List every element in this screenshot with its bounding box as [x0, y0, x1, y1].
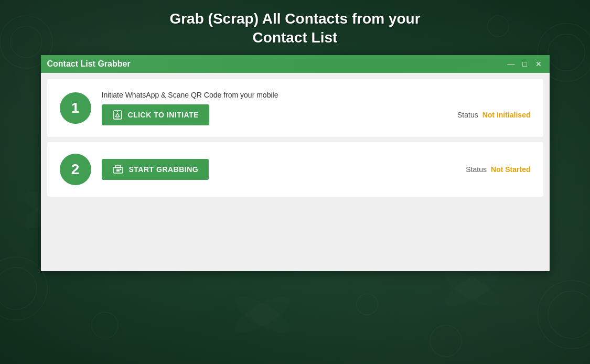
step-1-status-area: Status Not Initialised	[457, 111, 531, 119]
minimize-button[interactable]: —	[507, 59, 516, 69]
main-window: Contact List Grabber — □ ✕ 1 Initiate Wh…	[41, 55, 550, 271]
svg-rect-26	[115, 165, 121, 168]
step-2-body: START GRABBING Status Not Started	[102, 159, 531, 180]
step-2-number: 2	[60, 154, 91, 185]
page-title-line1: Grab (Scrap) All Contacts from your	[169, 10, 420, 27]
step-1-number: 1	[60, 92, 91, 124]
step-2-status-label: Status	[466, 165, 487, 174]
initiate-icon	[112, 110, 123, 120]
page-title-line2: Contact List	[253, 29, 338, 46]
step-1-status-label: Status	[457, 111, 478, 119]
svg-point-28	[120, 168, 121, 170]
svg-rect-21	[113, 111, 122, 119]
grabbing-icon	[112, 164, 124, 175]
svg-point-9	[430, 325, 462, 357]
svg-point-17	[230, 290, 295, 340]
window-controls: — □ ✕	[507, 59, 543, 69]
svg-point-8	[92, 312, 118, 338]
svg-rect-27	[116, 169, 120, 172]
step-2-card: 2 START GRABBING	[47, 142, 543, 197]
svg-point-4	[0, 267, 37, 309]
step-2-status-area: Status Not Started	[466, 165, 530, 174]
step-1-status-value: Not Initialised	[482, 111, 531, 119]
svg-point-5	[0, 257, 47, 320]
svg-point-20	[439, 264, 505, 314]
bottom-empty-area	[47, 202, 543, 265]
step-1-description: Initiate WhatsApp & Scane QR Code from y…	[102, 91, 531, 99]
step-1-body: Initiate WhatsApp & Scane QR Code from y…	[102, 91, 531, 125]
svg-point-19	[439, 264, 505, 314]
grabbing-button-label: START GRABBING	[129, 165, 199, 174]
svg-point-7	[538, 281, 590, 349]
window-titlebar: Contact List Grabber — □ ✕	[41, 55, 550, 73]
step-2-action-row: START GRABBING Status Not Started	[102, 159, 531, 180]
close-button[interactable]: ✕	[534, 59, 543, 69]
step-1-card: 1 Initiate WhatsApp & Scane QR Code from…	[47, 79, 543, 137]
window-title: Contact List Grabber	[47, 59, 131, 69]
start-grabbing-button[interactable]: START GRABBING	[102, 159, 209, 180]
step-2-status-value: Not Started	[491, 165, 530, 174]
restore-button[interactable]: □	[520, 59, 530, 69]
page-title: Grab (Scrap) All Contacts from your Cont…	[0, 0, 590, 55]
initiate-button-label: CLICK TO INITIATE	[128, 111, 199, 119]
svg-point-6	[548, 291, 590, 338]
window-content: 1 Initiate WhatsApp & Scane QR Code from…	[41, 73, 550, 271]
svg-point-12	[357, 294, 378, 315]
step-1-action-row: CLICK TO INITIATE Status Not Initialised	[102, 104, 531, 125]
svg-point-18	[230, 290, 295, 340]
click-to-initiate-button[interactable]: CLICK TO INITIATE	[102, 104, 210, 125]
